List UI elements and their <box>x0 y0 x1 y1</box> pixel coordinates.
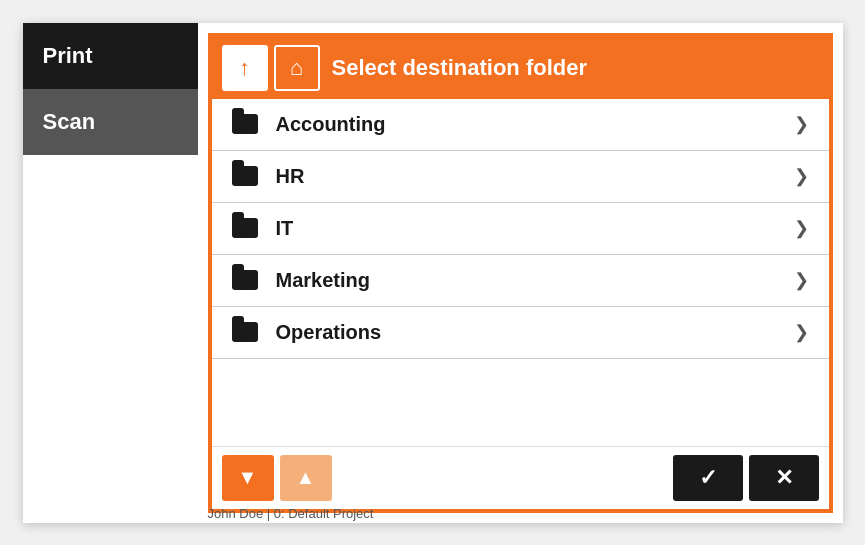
action-buttons: ✓ ✕ <box>673 455 819 501</box>
up-button[interactable]: ↑ <box>222 45 268 91</box>
cancel-button[interactable]: ✕ <box>749 455 819 501</box>
nav-buttons: ▼ ▲ <box>222 455 332 501</box>
right-panel: ↑ ⌂ Select destination folder Accounting… <box>208 33 833 513</box>
sidebar-item-scan-label: Scan <box>43 109 96 134</box>
folder-name: IT <box>276 217 794 240</box>
sidebar-item-print-label: Print <box>43 43 93 68</box>
status-bar: John Doe | 0: Default Project <box>208 506 374 521</box>
folder-icon <box>232 114 258 134</box>
status-text: John Doe | 0: Default Project <box>208 506 374 521</box>
folder-icon <box>232 218 258 238</box>
panel-title: Select destination folder <box>332 55 588 81</box>
sidebar-item-print[interactable]: Print <box>23 23 198 89</box>
scroll-up-button[interactable]: ▲ <box>280 455 332 501</box>
panel-header: ↑ ⌂ Select destination folder <box>212 37 829 99</box>
folder-name: Operations <box>276 321 794 344</box>
chevron-down-icon: ▼ <box>238 466 258 489</box>
checkmark-icon: ✓ <box>699 465 717 491</box>
main-container: Print Scan ↑ ⌂ Select destination folder… <box>23 23 843 523</box>
sidebar: Print Scan <box>23 23 198 523</box>
home-icon: ⌂ <box>290 55 303 81</box>
confirm-button[interactable]: ✓ <box>673 455 743 501</box>
chevron-right-icon: ❯ <box>794 269 809 291</box>
folder-name: HR <box>276 165 794 188</box>
chevron-right-icon: ❯ <box>794 217 809 239</box>
chevron-right-icon: ❯ <box>794 165 809 187</box>
up-arrow-icon: ↑ <box>239 55 250 81</box>
chevron-up-icon: ▲ <box>296 466 316 489</box>
chevron-right-icon: ❯ <box>794 113 809 135</box>
close-icon: ✕ <box>775 465 793 491</box>
folder-name: Accounting <box>276 113 794 136</box>
panel-footer: ▼ ▲ ✓ ✕ <box>212 446 829 509</box>
folder-icon <box>232 166 258 186</box>
home-button[interactable]: ⌂ <box>274 45 320 91</box>
scroll-down-button[interactable]: ▼ <box>222 455 274 501</box>
sidebar-item-scan[interactable]: Scan <box>23 89 198 155</box>
folder-item-it[interactable]: IT ❯ <box>212 203 829 255</box>
chevron-right-icon: ❯ <box>794 321 809 343</box>
folder-name: Marketing <box>276 269 794 292</box>
folder-list: Accounting ❯ HR ❯ IT ❯ Marketing ❯ Opera <box>212 99 829 446</box>
folder-item-marketing[interactable]: Marketing ❯ <box>212 255 829 307</box>
folder-item-accounting[interactable]: Accounting ❯ <box>212 99 829 151</box>
folder-icon <box>232 322 258 342</box>
folder-item-operations[interactable]: Operations ❯ <box>212 307 829 359</box>
folder-item-hr[interactable]: HR ❯ <box>212 151 829 203</box>
folder-icon <box>232 270 258 290</box>
